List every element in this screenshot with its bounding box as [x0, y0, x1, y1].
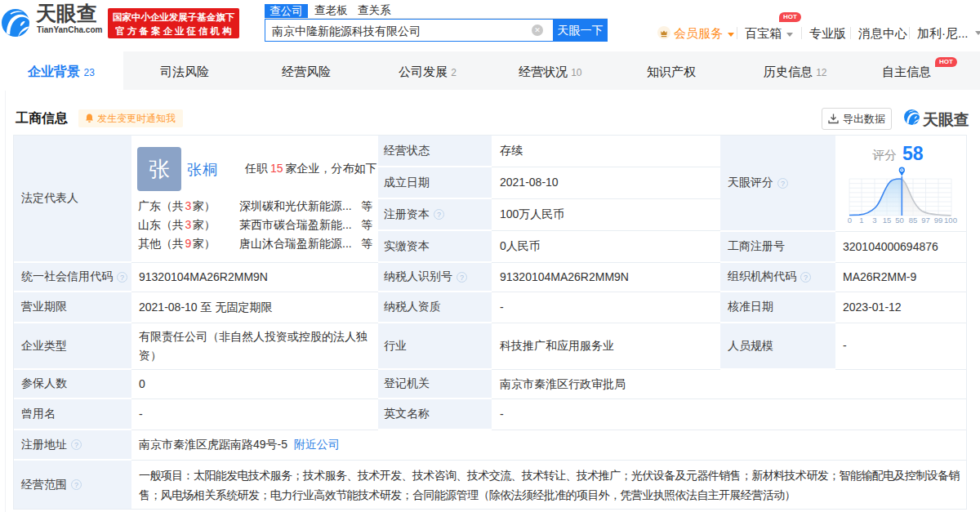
svg-text:15: 15 [883, 216, 892, 225]
svg-text:85: 85 [909, 216, 918, 225]
svg-text:100: 100 [944, 216, 957, 225]
svg-text:1: 1 [859, 216, 863, 225]
svg-text:99: 99 [934, 216, 943, 225]
svg-text:97: 97 [921, 216, 930, 225]
svg-text:0: 0 [848, 216, 852, 225]
svg-text:3: 3 [872, 216, 876, 225]
svg-text:50: 50 [895, 216, 904, 225]
